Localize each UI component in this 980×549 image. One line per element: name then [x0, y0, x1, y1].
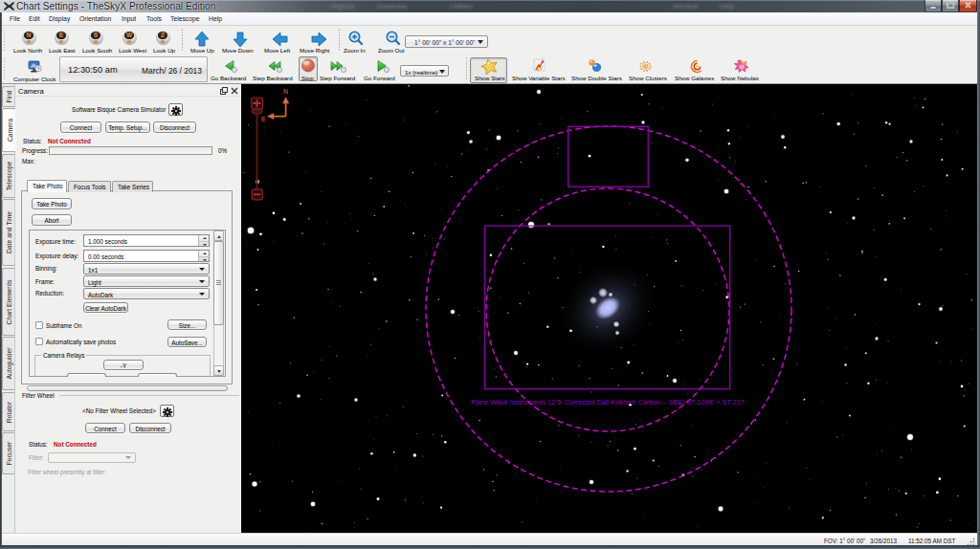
- svg-text:Plane Wave Instruments 12.5: C: Plane Wave Instruments 12.5: Corrected D…: [471, 398, 745, 406]
- svg-text:E: E: [261, 116, 266, 122]
- svg-text:N: N: [283, 88, 288, 95]
